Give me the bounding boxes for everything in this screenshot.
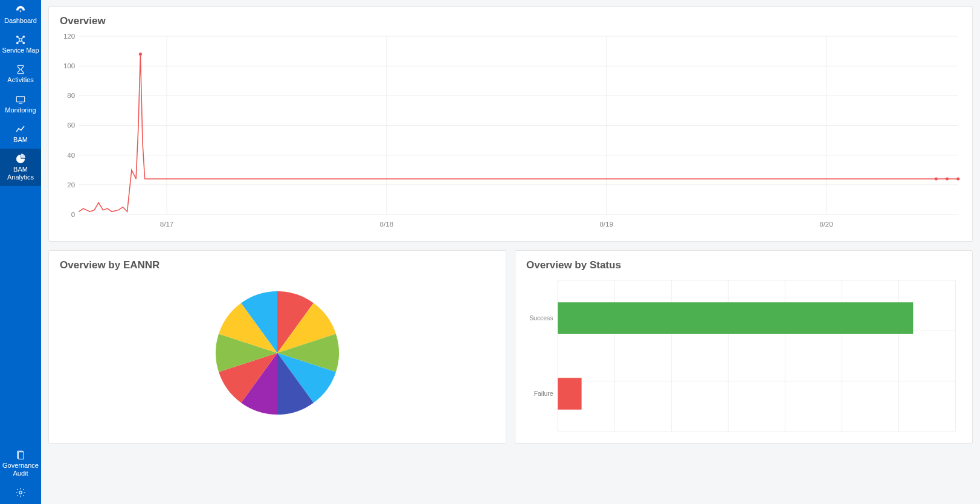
svg-text:120: 120 [63, 33, 75, 40]
sidebar: Dashboard Service Map Activities Monitor… [0, 0, 41, 504]
eannr-card: Overview by EANNR [48, 250, 506, 444]
svg-line-6 [22, 37, 23, 39]
svg-text:100: 100 [63, 62, 75, 69]
overview-title: Overview [60, 15, 961, 27]
sidebar-bottom: Governance Audit [0, 445, 41, 504]
svg-text:8/17: 8/17 [160, 221, 173, 228]
main-content: Overview 0204060801001208/178/188/198/20… [41, 0, 980, 504]
svg-rect-12 [18, 451, 24, 459]
svg-line-7 [18, 41, 19, 42]
svg-rect-9 [16, 96, 25, 102]
status-bar-chart: SuccessFailure [526, 277, 961, 435]
settings-icon [15, 487, 27, 498]
status-card: Overview by Status SuccessFailure [515, 250, 973, 444]
svg-point-39 [139, 53, 142, 56]
monitoring-icon [15, 94, 27, 105]
svg-text:20: 20 [67, 181, 75, 189]
dashboard-icon [15, 5, 27, 16]
sidebar-item-label: Governance Audit [1, 462, 40, 477]
status-title: Overview by Status [526, 259, 961, 271]
sidebar-item-bam[interactable]: BAM [0, 119, 41, 149]
svg-text:40: 40 [67, 152, 75, 159]
sidebar-item-activities[interactable]: Activities [0, 59, 41, 89]
sidebar-top: Dashboard Service Map Activities Monitor… [0, 0, 41, 445]
servicemap-icon [15, 34, 27, 45]
svg-text:80: 80 [67, 92, 75, 100]
sidebar-item-service-map[interactable]: Service Map [0, 30, 41, 59]
svg-text:8/18: 8/18 [380, 221, 393, 228]
svg-text:8/20: 8/20 [819, 221, 833, 228]
eannr-pie-chart [60, 277, 495, 428]
svg-rect-52 [558, 302, 913, 334]
sidebar-item-settings[interactable] [0, 482, 41, 504]
activities-icon [15, 64, 27, 75]
svg-text:60: 60 [67, 122, 75, 129]
sidebar-item-label: Dashboard [4, 17, 37, 25]
svg-text:Failure: Failure [534, 390, 553, 397]
eannr-title: Overview by EANNR [60, 259, 495, 271]
sidebar-item-label: BAM [13, 136, 28, 144]
svg-point-1 [16, 36, 18, 37]
svg-point-36 [935, 178, 938, 181]
governance-icon [15, 450, 27, 460]
sidebar-item-label: Service Map [2, 47, 39, 54]
sidebar-item-dashboard[interactable]: Dashboard [0, 0, 41, 30]
svg-point-38 [956, 178, 959, 181]
svg-line-8 [22, 41, 23, 42]
svg-point-37 [946, 178, 949, 181]
svg-rect-54 [558, 378, 582, 410]
svg-text:Success: Success [529, 314, 553, 321]
svg-point-4 [23, 42, 25, 44]
sidebar-item-label: BAM Analytics [1, 166, 40, 181]
sidebar-item-monitoring[interactable]: Monitoring [0, 89, 41, 119]
svg-point-2 [23, 36, 25, 37]
svg-text:8/19: 8/19 [599, 221, 613, 228]
bam-icon [15, 124, 27, 135]
sidebar-item-bam-analytics[interactable]: BAM Analytics [0, 149, 41, 186]
svg-point-3 [16, 42, 18, 44]
bamanalytics-icon [15, 153, 27, 164]
sidebar-item-governance-audit[interactable]: Governance Audit [0, 445, 41, 482]
svg-line-5 [18, 37, 19, 39]
svg-text:0: 0 [71, 211, 75, 218]
svg-point-13 [19, 491, 22, 494]
overview-line-chart: 0204060801001208/178/188/198/20 [60, 33, 961, 233]
overview-card: Overview 0204060801001208/178/188/198/20 [48, 6, 973, 242]
sidebar-item-label: Activities [7, 76, 33, 84]
sidebar-item-label: Monitoring [5, 106, 36, 114]
